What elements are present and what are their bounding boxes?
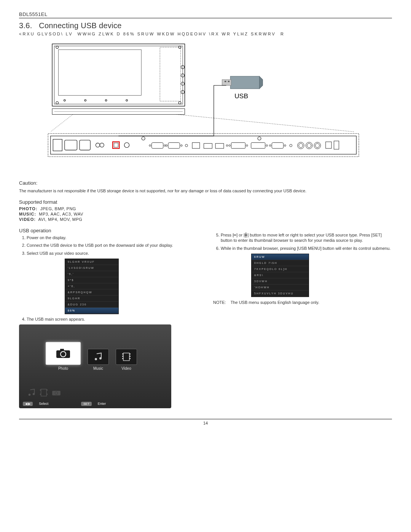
svg-rect-53 [272, 143, 283, 149]
svg-rect-40 [168, 143, 180, 149]
svg-rect-75 [129, 356, 131, 357]
svg-point-27 [142, 137, 145, 140]
page-footer: 14 [19, 419, 392, 425]
svg-point-49 [229, 145, 230, 146]
svg-point-41 [166, 145, 167, 146]
svg-marker-22 [260, 76, 263, 89]
usb-thumb-icons [27, 388, 61, 397]
menu-item: 3DVWH [252, 278, 309, 284]
usb-main-screen: Photo Music [19, 324, 171, 408]
menu-item: 7KXPEQDLO 6L]H [252, 266, 309, 272]
step-3: Select USB as your video source. [27, 251, 198, 256]
usb-operation-title: USB operation [19, 228, 198, 233]
svg-line-23 [51, 114, 73, 132]
menu-item: 'HOHWH [252, 284, 309, 291]
svg-point-42 [181, 145, 182, 146]
menu-item: 'LVSOD\SRUW [65, 265, 118, 271]
menu-item: &DUG 236 [65, 302, 118, 308]
video-source-menu: 9LGHR VRXUF 'LVSOD\SRUW '9,' 9*$ +'0, &R… [65, 259, 119, 314]
svg-rect-31 [80, 140, 90, 150]
music-icon [27, 388, 36, 397]
svg-rect-7 [160, 47, 180, 101]
format-video: VIDEO: AVI, MP4, MOV, MPG [19, 217, 392, 222]
svg-rect-76 [129, 358, 131, 359]
step-1: Power on the display. [27, 235, 198, 241]
svg-point-47 [226, 145, 228, 146]
svg-point-57 [298, 142, 304, 149]
tile-label: Photo [58, 366, 68, 371]
usb-drive-icon [222, 76, 263, 89]
format-photo: PHOTO: JPEG, BMP, PNG [19, 206, 392, 211]
menu-item: 0HGLD 7\SH [252, 260, 309, 266]
svg-rect-45 [204, 144, 212, 149]
svg-rect-74 [129, 353, 131, 355]
tile-label: Video [121, 366, 131, 371]
note-label: NOTE: [213, 300, 226, 305]
supported-format-title: Supported format [19, 199, 392, 205]
svg-rect-35 [114, 143, 118, 147]
menu-item: &RPSRQHQW [65, 289, 118, 296]
intro-garbled-text: <RXU GLVSOD\ LV WWHG ZLWK D 86% SRUW WKD… [19, 32, 392, 36]
svg-rect-64 [334, 141, 339, 149]
tile-music: Music [88, 349, 109, 371]
svg-rect-29 [53, 139, 62, 151]
connection-diagram: USB [19, 42, 392, 167]
note-body: The USB menu supports English language o… [231, 300, 319, 305]
svg-rect-0 [52, 44, 185, 106]
svg-point-69 [99, 357, 102, 359]
svg-point-54 [269, 145, 271, 146]
svg-rect-82 [46, 390, 48, 391]
menu-item: '9,' [65, 271, 118, 277]
tile-video: Video [116, 349, 137, 371]
svg-point-77 [29, 394, 31, 396]
svg-rect-19 [222, 80, 231, 85]
caution-body: The manufacturer is not responsible if t… [19, 188, 392, 194]
section-title: 3.6. Connecting USB device [19, 21, 392, 30]
svg-rect-26 [51, 136, 357, 154]
svg-line-24 [177, 114, 355, 132]
svg-point-6 [178, 102, 181, 104]
svg-point-36 [124, 143, 129, 148]
usb-bottom-bar: ◀ ▶ Select SET Enter [23, 402, 167, 406]
svg-rect-73 [122, 358, 123, 359]
svg-rect-25 [48, 134, 359, 157]
svg-point-58 [299, 144, 303, 148]
svg-rect-37 [151, 143, 163, 149]
step-6: While in the thumbnail browser, pressing… [221, 246, 392, 251]
svg-rect-66 [60, 349, 64, 351]
camera-icon [52, 389, 61, 396]
svg-point-14 [105, 99, 107, 101]
svg-rect-20 [225, 81, 226, 82]
svg-point-12 [64, 99, 65, 101]
format-music: MUSIC: MP3, AAC, AC3, WAV [19, 212, 392, 216]
step-2: Connect the USB device to the USB port o… [27, 243, 198, 248]
svg-rect-44 [192, 143, 200, 149]
header-model: BDL5551EL [19, 11, 392, 18]
svg-rect-2 [58, 50, 141, 96]
svg-point-15 [126, 99, 127, 101]
svg-point-3 [56, 46, 59, 49]
svg-point-28 [258, 137, 261, 140]
svg-rect-72 [122, 356, 123, 357]
menu-item: &RS\ [252, 272, 309, 278]
svg-point-43 [185, 144, 188, 147]
svg-point-32 [96, 143, 100, 147]
svg-rect-18 [230, 76, 259, 89]
menu-item: 5HFXUVLYH 3DUVHU [252, 291, 309, 297]
svg-rect-34 [113, 142, 119, 148]
svg-point-38 [149, 145, 151, 146]
step-5: Press [━] or [╋] button to move left or … [221, 232, 392, 244]
svg-point-50 [246, 145, 248, 146]
svg-point-60 [307, 144, 311, 148]
svg-point-39 [164, 145, 166, 146]
svg-point-78 [33, 393, 35, 395]
menu-item: +'0, [65, 283, 118, 289]
svg-rect-83 [46, 394, 48, 395]
svg-rect-70 [123, 353, 129, 361]
caution-title: Caution: [19, 180, 392, 186]
camera-icon [56, 348, 71, 359]
set-pill: SET [81, 402, 92, 406]
step-4: The USB main screen appears. [27, 316, 198, 322]
menu-item-selected: 86% [65, 308, 118, 314]
film-icon [40, 388, 48, 397]
